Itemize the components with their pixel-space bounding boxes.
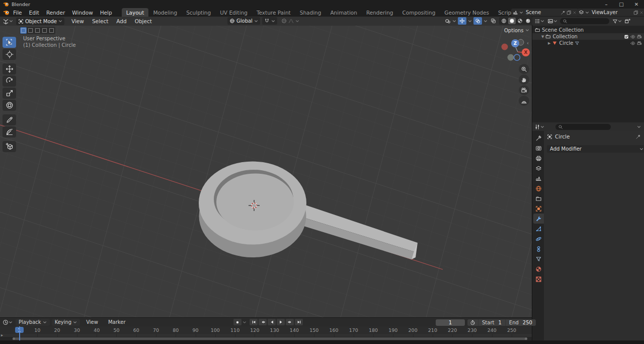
viewport-menu-view[interactable]: View: [67, 18, 88, 24]
viewport-menu-add[interactable]: Add: [112, 18, 130, 24]
workspace-tab-rendering[interactable]: Rendering: [362, 8, 398, 17]
use-preview-range-button[interactable]: [467, 319, 478, 326]
select-mode-invert[interactable]: [41, 27, 48, 34]
properties-tab-data[interactable]: [533, 254, 544, 264]
tool-transform[interactable]: [3, 100, 16, 111]
tool-rotate[interactable]: [3, 76, 16, 87]
shading-material-button[interactable]: [516, 18, 524, 24]
filter-funnel-icon[interactable]: [612, 19, 618, 24]
close-button[interactable]: ✕: [629, 0, 644, 8]
viewport-menu-select[interactable]: Select: [88, 18, 112, 24]
scene-selector[interactable]: Scene: [511, 9, 578, 16]
properties-tab-scene[interactable]: [533, 173, 544, 183]
transport-play-reverse-button[interactable]: [268, 319, 276, 325]
outliner-row-scene-collection[interactable]: Scene Collection: [532, 27, 644, 33]
timeline-menu-marker[interactable]: Marker: [104, 319, 130, 325]
scrollbar-right-handle[interactable]: [525, 337, 527, 340]
properties-tab-material[interactable]: [533, 264, 544, 274]
mode-dropdown[interactable]: Object Mode: [16, 18, 64, 25]
shading-solid-button[interactable]: [508, 18, 516, 24]
properties-tab-tool[interactable]: [533, 133, 544, 143]
properties-tab-constraints[interactable]: [533, 244, 544, 254]
properties-tab-world[interactable]: [533, 183, 544, 193]
menu-file[interactable]: File: [10, 8, 26, 17]
blender-app-icon[interactable]: [3, 9, 10, 16]
auto-keying-button[interactable]: [233, 319, 242, 325]
workspace-tab-texture-paint[interactable]: Texture Paint: [252, 8, 295, 17]
properties-tab-modifiers[interactable]: [533, 214, 544, 224]
frame-end-field[interactable]: End 250: [505, 319, 536, 326]
snap-dropdown[interactable]: [262, 17, 277, 25]
select-mode-intersect[interactable]: [48, 27, 55, 34]
viewport-3d[interactable]: [0, 26, 532, 317]
timeline-scrollbar[interactable]: [13, 337, 527, 340]
select-mode-subtract[interactable]: [34, 27, 41, 34]
show-overlays-toggle[interactable]: [473, 17, 482, 25]
select-mode-new[interactable]: [20, 27, 27, 34]
menu-render[interactable]: Render: [43, 8, 68, 17]
new-view-layer-icon[interactable]: [633, 10, 638, 15]
workspace-tab-geometry-nodes[interactable]: Geometry Nodes: [440, 8, 494, 17]
frame-start-field[interactable]: Start 1: [478, 319, 505, 326]
nav-zoom-button[interactable]: [519, 64, 529, 74]
xray-toggle[interactable]: [489, 17, 498, 25]
tool-measure[interactable]: [3, 126, 16, 137]
expand-open-icon[interactable]: ▼: [541, 35, 544, 39]
tool-add-cube[interactable]: [3, 141, 16, 152]
transport-jump-start-button[interactable]: [250, 319, 258, 325]
editor-type-timeline-icon[interactable]: [3, 319, 9, 325]
properties-tab-view-layer[interactable]: [533, 163, 544, 173]
properties-tab-particles[interactable]: [533, 224, 544, 234]
proportional-editing-icon[interactable]: [281, 18, 287, 24]
editor-type-properties-icon[interactable]: [534, 124, 540, 130]
new-scene-icon[interactable]: [567, 10, 572, 15]
options-dropdown[interactable]: Options: [504, 27, 529, 34]
maximize-button[interactable]: □: [614, 0, 629, 8]
nav-pan-button[interactable]: [519, 75, 529, 85]
transform-orientation-dropdown[interactable]: Global: [227, 17, 260, 25]
timeline-menu-playback[interactable]: Playback: [16, 319, 50, 326]
unlink-scene-icon[interactable]: [573, 11, 577, 15]
workspace-tab-sculpting[interactable]: Sculpting: [182, 8, 215, 17]
timeline-ruler[interactable]: 1102030405060708090100110120130140150160…: [0, 326, 532, 334]
pin-icon[interactable]: [560, 10, 566, 15]
workspace-tab-modeling[interactable]: Modeling: [148, 8, 182, 17]
eye-toggle[interactable]: [630, 34, 635, 39]
tool-select-box[interactable]: [3, 37, 16, 48]
workspace-tab-uv-editing[interactable]: UV Editing: [215, 8, 252, 17]
properties-tab-physics[interactable]: [533, 234, 544, 244]
workspace-tab-shading[interactable]: Shading: [295, 8, 326, 17]
tool-cursor[interactable]: [3, 49, 16, 60]
outliner-row-collection[interactable]: ▼Collection: [532, 33, 644, 40]
properties-tab-collection[interactable]: [533, 193, 544, 203]
outliner-filter-id-icon[interactable]: [547, 18, 553, 24]
tool-move[interactable]: [3, 63, 16, 75]
playhead[interactable]: [19, 326, 20, 340]
current-frame-field[interactable]: 1: [436, 319, 465, 326]
timeline-menu-view[interactable]: View: [82, 319, 102, 325]
scrollbar-left-handle[interactable]: [13, 337, 15, 340]
show-gizmo-toggle[interactable]: [458, 17, 466, 25]
expand-closed-icon[interactable]: ▶: [548, 41, 550, 45]
outliner-row-circle[interactable]: ▶Circle: [532, 40, 644, 46]
shading-rendered-button[interactable]: [524, 18, 532, 24]
transport-play-button[interactable]: [277, 319, 285, 325]
tool-scale[interactable]: [3, 88, 16, 99]
chevron-down-icon[interactable]: [637, 125, 641, 129]
select-mode-extend[interactable]: [27, 27, 34, 34]
workspace-tab-animation[interactable]: Animation: [326, 8, 362, 17]
eye-toggle[interactable]: [630, 41, 635, 46]
nav-grid-button[interactable]: [519, 96, 529, 106]
checkbox-toggle[interactable]: [624, 34, 629, 39]
editor-type-3d-viewport-icon[interactable]: [3, 18, 9, 25]
properties-tab-texture[interactable]: [533, 274, 544, 284]
workspace-tab-layout[interactable]: Layout: [122, 8, 149, 17]
menu-help[interactable]: Help: [97, 8, 116, 17]
camera-toggle[interactable]: [637, 34, 642, 39]
minimize-button[interactable]: –: [599, 0, 614, 8]
navigation-gizmo[interactable]: ZX: [500, 36, 531, 63]
workspace-tab-compositing[interactable]: Compositing: [398, 8, 440, 17]
view-layer-selector[interactable]: ViewLayer: [577, 9, 644, 16]
remove-view-layer-icon[interactable]: [639, 11, 643, 15]
proportional-editing-controls[interactable]: [279, 17, 301, 25]
